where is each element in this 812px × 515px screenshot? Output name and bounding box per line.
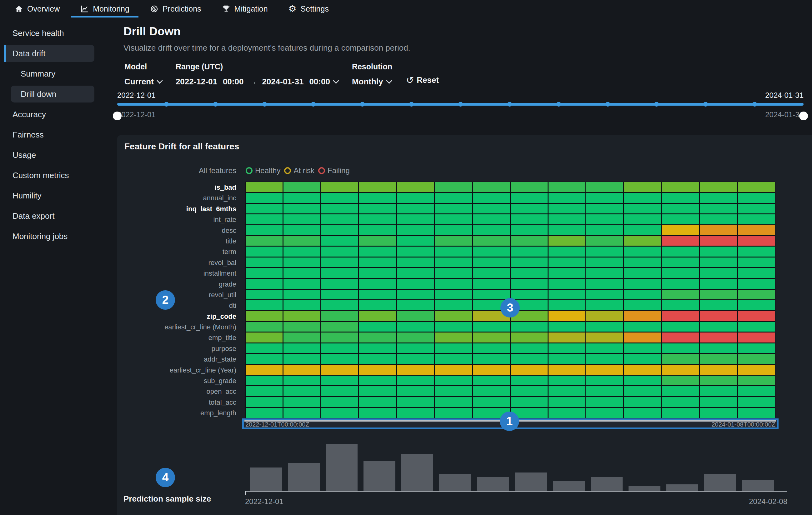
heatmap-cell[interactable] — [284, 214, 320, 224]
heatmap-cell[interactable] — [700, 236, 737, 246]
heatmap-cell[interactable] — [662, 279, 699, 289]
heatmap-cell[interactable] — [321, 247, 358, 256]
heatmap-cell[interactable] — [284, 376, 320, 385]
heatmap-cell[interactable] — [662, 204, 699, 213]
heatmap-cell[interactable] — [397, 204, 434, 213]
heatmap-cell[interactable] — [549, 225, 585, 235]
heatmap-cell[interactable] — [473, 397, 510, 407]
heatmap-cell[interactable] — [738, 365, 775, 375]
heatmap-cell[interactable] — [586, 279, 623, 289]
heatmap-cell[interactable] — [246, 279, 283, 289]
heatmap-cell[interactable] — [359, 300, 396, 310]
heatmap-cell[interactable] — [397, 236, 434, 246]
nav-item-mitigation[interactable]: Mitigation — [211, 0, 278, 18]
heatmap-cell[interactable] — [586, 386, 623, 396]
heatmap-cell[interactable] — [624, 300, 661, 310]
sidebar-item-humility[interactable]: Humility — [0, 185, 117, 206]
heatmap-cell[interactable] — [700, 290, 737, 299]
heatmap-cell[interactable] — [700, 354, 737, 364]
heatmap-cell[interactable] — [397, 397, 434, 407]
heatmap-cell[interactable] — [473, 268, 510, 278]
heatmap-cell[interactable] — [662, 343, 699, 353]
heatmap-cell[interactable] — [511, 236, 548, 246]
heatmap-cell[interactable] — [284, 279, 320, 289]
heatmap-cell[interactable] — [624, 258, 661, 267]
heatmap-cell[interactable] — [662, 365, 699, 375]
heatmap-cell[interactable] — [738, 322, 775, 332]
heatmap-cell[interactable] — [284, 268, 320, 278]
heatmap-cell[interactable] — [359, 408, 396, 418]
sidebar-item-fairness[interactable]: Fairness — [0, 125, 117, 145]
heatmap-cell[interactable] — [435, 365, 472, 375]
heatmap-cell[interactable] — [662, 322, 699, 332]
heatmap-cell[interactable] — [284, 386, 320, 396]
heatmap-cell[interactable] — [321, 268, 358, 278]
heatmap-cell[interactable] — [246, 290, 283, 299]
heatmap-cell[interactable] — [662, 214, 699, 224]
heatmap-cell[interactable] — [473, 333, 510, 342]
heatmap-cell[interactable] — [662, 225, 699, 235]
heatmap-cell[interactable] — [246, 300, 283, 310]
heatmap-cell[interactable] — [284, 204, 320, 213]
heatmap-cell[interactable] — [246, 322, 283, 332]
heatmap-cell[interactable] — [473, 182, 510, 192]
heatmap-cell[interactable] — [511, 214, 548, 224]
heatmap-cell[interactable] — [284, 225, 320, 235]
heatmap-cell[interactable] — [549, 204, 585, 213]
heatmap-cell[interactable] — [246, 193, 283, 202]
heatmap-cell[interactable] — [700, 182, 737, 192]
heatmap-cell[interactable] — [624, 322, 661, 332]
heatmap-cell[interactable] — [321, 204, 358, 213]
heatmap-cell[interactable] — [435, 386, 472, 396]
heatmap-cell[interactable] — [473, 376, 510, 385]
heatmap-cell[interactable] — [397, 214, 434, 224]
heatmap-cell[interactable] — [662, 247, 699, 256]
heatmap-cell[interactable] — [738, 311, 775, 321]
heatmap-cell[interactable] — [586, 193, 623, 202]
heatmap-cell[interactable] — [397, 386, 434, 396]
heatmap-cell[interactable] — [321, 376, 358, 385]
heatmap-cell[interactable] — [246, 386, 283, 396]
heatmap-cell[interactable] — [700, 193, 737, 202]
range-select[interactable]: 2022-12-01 00:00 → 2024-01-31 00:00 — [176, 77, 338, 87]
heatmap-cell[interactable] — [549, 311, 585, 321]
heatmap-cell[interactable] — [662, 236, 699, 246]
heatmap-cell[interactable] — [586, 311, 623, 321]
heatmap-cell[interactable] — [511, 354, 548, 364]
heatmap-cell[interactable] — [700, 258, 737, 267]
heatmap-cell[interactable] — [246, 247, 283, 256]
heatmap-cell[interactable] — [624, 343, 661, 353]
heatmap-cell[interactable] — [511, 365, 548, 375]
heatmap-cell[interactable] — [662, 300, 699, 310]
heatmap-cell[interactable] — [359, 214, 396, 224]
heatmap-cell[interactable] — [662, 397, 699, 407]
heatmap-cell[interactable] — [549, 397, 585, 407]
heatmap-cell[interactable] — [586, 225, 623, 235]
heatmap-cell[interactable] — [246, 236, 283, 246]
sidebar-item-service-health[interactable]: Service health — [0, 23, 117, 44]
heatmap-cell[interactable] — [397, 268, 434, 278]
heatmap-cell[interactable] — [662, 268, 699, 278]
heatmap-cell[interactable] — [624, 268, 661, 278]
heatmap-cell[interactable] — [473, 386, 510, 396]
heatmap-cell[interactable] — [397, 279, 434, 289]
sidebar-item-custom-metrics[interactable]: Custom metrics — [0, 165, 117, 185]
heatmap-cell[interactable] — [284, 343, 320, 353]
heatmap-cell[interactable] — [624, 376, 661, 385]
heatmap-cell[interactable] — [473, 343, 510, 353]
heatmap-cell[interactable] — [435, 279, 472, 289]
heatmap-cell[interactable] — [511, 290, 548, 299]
heatmap-cell[interactable] — [284, 354, 320, 364]
heatmap-cell[interactable] — [321, 311, 358, 321]
heatmap-cell[interactable] — [511, 386, 548, 396]
heatmap-cell[interactable] — [586, 376, 623, 385]
heatmap-cell[interactable] — [397, 225, 434, 235]
heatmap-cell[interactable] — [624, 182, 661, 192]
heatmap-cell[interactable] — [549, 290, 585, 299]
heatmap-cell[interactable] — [511, 397, 548, 407]
heatmap-cell[interactable] — [473, 225, 510, 235]
heatmap-cell[interactable] — [624, 333, 661, 342]
heatmap-cell[interactable] — [435, 343, 472, 353]
heatmap-cell[interactable] — [246, 214, 283, 224]
heatmap-cell[interactable] — [738, 290, 775, 299]
